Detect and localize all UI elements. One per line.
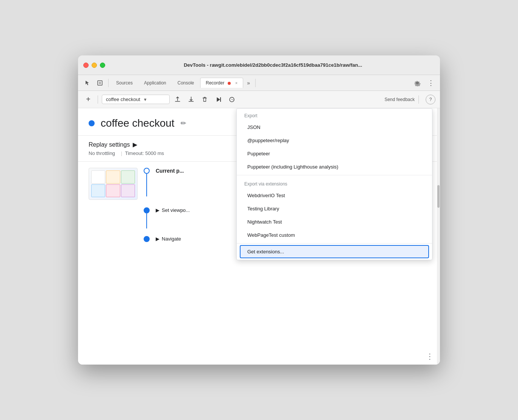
chevron-down-icon: ▼ xyxy=(143,97,147,102)
bottom-bar: ⋮ xyxy=(420,348,440,365)
export-webpagetest-item[interactable]: WebPageTest custom xyxy=(237,228,432,242)
recording-selector[interactable]: coffee checkout ▼ xyxy=(102,95,170,104)
send-feedback-link[interactable]: Send feedback xyxy=(385,97,415,102)
set-viewport-label: Set viewpo... xyxy=(162,207,190,213)
record-button[interactable] xyxy=(226,94,238,105)
tab-bar-right: ⋮ xyxy=(411,77,437,89)
thumb-cell-2 xyxy=(106,170,120,184)
title-bar: DevTools - rawgit.com/ebidel/2d2bb0cdec3… xyxy=(78,55,440,75)
toolbar-separator-1 xyxy=(98,95,98,104)
timeline-node-2 xyxy=(144,207,150,213)
maximize-button[interactable] xyxy=(100,63,105,68)
tab-sources[interactable]: Sources xyxy=(111,78,138,88)
minimize-button[interactable] xyxy=(92,63,97,68)
thumb-cell-4 xyxy=(91,184,105,198)
timeline-line-2 xyxy=(146,213,147,228)
tab-bar-separator-2 xyxy=(255,79,256,87)
upload-button[interactable] xyxy=(172,94,183,105)
export-webdriverio-item[interactable]: WebdriverIO Test xyxy=(237,189,432,202)
add-recording-button[interactable]: + xyxy=(83,94,94,105)
thumb-cell-1 xyxy=(91,170,105,184)
tab-recorder[interactable]: Recorder × xyxy=(200,78,243,88)
pipe-separator: | xyxy=(121,150,122,156)
timeline-line xyxy=(146,174,147,196)
svg-point-2 xyxy=(228,82,231,85)
timeline-node xyxy=(144,168,150,174)
toolbar: + coffee checkout ▼ Send feedback ? xyxy=(78,91,440,108)
timeline-node-3 xyxy=(144,236,150,242)
throttling-label: No throttling xyxy=(89,150,115,156)
tab-console[interactable]: Console xyxy=(172,78,199,88)
main-content: coffee checkout ✏ Replay Replay settings… xyxy=(78,108,440,365)
dropdown-divider-1 xyxy=(237,175,432,175)
export-dropdown: Export JSON @puppeteer/replay Puppeteer … xyxy=(236,108,432,260)
export-puppeteer-item[interactable]: Puppeteer xyxy=(237,147,432,160)
svg-rect-1 xyxy=(99,82,101,84)
delete-button[interactable] xyxy=(199,94,210,105)
close-button[interactable] xyxy=(83,63,89,68)
tab-close-icon[interactable]: × xyxy=(235,81,238,85)
window-title: DevTools - rawgit.com/ebidel/2d2bb0cdec3… xyxy=(111,62,435,68)
scrollbar[interactable] xyxy=(437,108,440,365)
replay-settings-arrow-icon: ▶ xyxy=(133,141,137,148)
help-button[interactable]: ? xyxy=(426,95,435,104)
cursor-icon[interactable] xyxy=(81,77,93,89)
timeline-current-page xyxy=(144,168,150,196)
set-viewport-arrow-icon: ▶ xyxy=(156,207,159,213)
play-step-button[interactable] xyxy=(213,94,224,105)
thumb-cell-6 xyxy=(121,184,135,198)
recording-status-dot xyxy=(89,120,95,126)
export-puppeteer-lighthouse-item[interactable]: Puppeteer (including Lighthouse analysis… xyxy=(237,160,432,173)
get-extensions-item[interactable]: Get extensions... xyxy=(240,245,429,258)
recording-selector-label: coffee checkout xyxy=(106,97,140,102)
devtools-window: DevTools - rawgit.com/ebidel/2d2bb0cdec3… xyxy=(78,55,440,365)
timeline-set-viewport xyxy=(144,207,150,228)
timeline-navigate xyxy=(144,236,150,242)
tab-more-icon[interactable]: » xyxy=(244,78,253,87)
tab-application[interactable]: Application xyxy=(139,78,172,88)
traffic-lights xyxy=(83,63,105,68)
export-testing-library-item[interactable]: Testing Library xyxy=(237,202,432,215)
edit-title-icon[interactable]: ✏ xyxy=(181,119,186,127)
bottom-more-icon[interactable]: ⋮ xyxy=(426,352,434,361)
export-nightwatch-item[interactable]: Nightwatch Test xyxy=(237,215,432,228)
step-screenshot xyxy=(89,168,138,200)
timeout-label: Timeout: 5000 ms xyxy=(125,150,164,156)
thumb-cell-5 xyxy=(106,184,120,198)
navigate-label: Navigate xyxy=(162,236,181,242)
navigate-arrow-icon: ▶ xyxy=(156,236,159,242)
download-button[interactable] xyxy=(185,94,197,105)
export-puppeteer-replay-item[interactable]: @puppeteer/replay xyxy=(237,134,432,147)
toolbar-separator-2 xyxy=(418,95,419,104)
more-options-icon[interactable]: ⋮ xyxy=(425,77,437,89)
settings-icon[interactable] xyxy=(411,77,423,89)
tab-bar-separator-1 xyxy=(108,79,109,87)
dropdown-divider-2 xyxy=(237,243,432,244)
export-section-label: Export xyxy=(237,109,432,121)
export-via-extensions-label: Export via extensions xyxy=(237,177,432,189)
thumb-cell-3 xyxy=(121,170,135,184)
export-json-item[interactable]: JSON xyxy=(237,121,432,134)
replay-settings-label: Replay settings xyxy=(89,141,130,148)
recording-title: coffee checkout xyxy=(101,117,175,129)
tab-bar: Sources Application Console Recorder × »… xyxy=(78,75,440,91)
scrollbar-thumb[interactable] xyxy=(437,185,440,208)
inspect-icon[interactable] xyxy=(94,77,106,89)
